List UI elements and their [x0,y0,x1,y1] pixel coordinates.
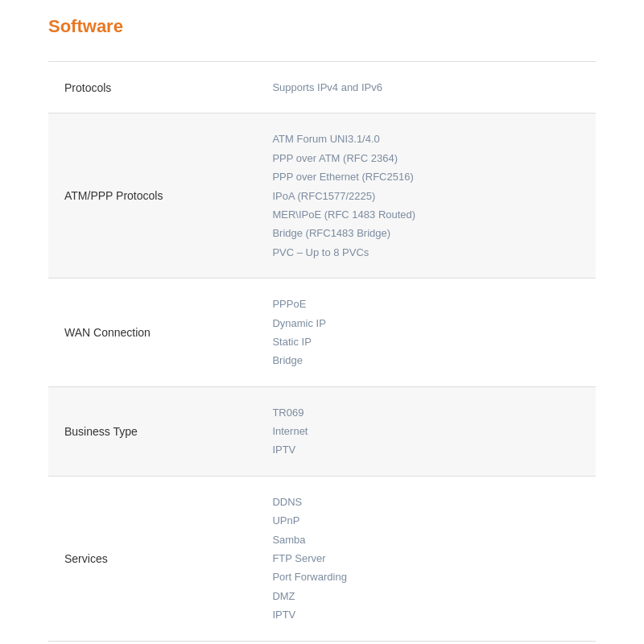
value-item: PPP over Ethernet (RFC2516) [272,167,580,186]
value-item: PPPoE [272,295,580,313]
value-item: Samba [272,530,580,549]
row-label: Business Type [48,386,256,476]
value-item: ATM Forum UNI3.1/4.0 [272,130,580,148]
row-values: Supports IPv4 and IPv6 [256,62,596,114]
table-row: ProtocolsSupports IPv4 and IPv6 [48,62,596,114]
value-item: PPP over ATM (RFC 2364) [272,149,580,167]
row-values: TR069InternetIPTV [256,386,596,476]
value-item: Port Forwarding [272,568,580,586]
value-item: IPTV [272,605,580,624]
value-item: Bridge (RFC1483 Bridge) [272,224,580,242]
table-row: ServicesDDNSUPnPSambaFTP ServerPort Forw… [48,476,596,641]
value-item: Supports IPv4 and IPv6 [272,78,580,97]
value-item: MER\IPoE (RFC 1483 Routed) [272,205,580,224]
row-label: Services [48,476,256,641]
row-label: ATM/PPP Protocols [48,114,256,279]
value-item: DMZ [272,587,580,605]
spec-table: ProtocolsSupports IPv4 and IPv6ATM/PPP P… [48,61,596,642]
value-item: Static IP [272,332,580,351]
value-item: FTP Server [272,549,580,568]
value-item: IPoA (RFC1577/2225) [272,187,580,205]
table-row: WAN ConnectionPPPoEDynamic IPStatic IPBr… [48,279,596,387]
value-item: DDNS [272,493,580,511]
row-values: ATM Forum UNI3.1/4.0PPP over ATM (RFC 23… [256,114,596,279]
row-label: Protocols [48,62,256,114]
table-row: ATM/PPP ProtocolsATM Forum UNI3.1/4.0PPP… [48,114,596,279]
page-title: Software [48,16,596,37]
value-item: UPnP [272,511,580,530]
table-row: Business TypeTR069InternetIPTV [48,386,596,476]
row-values: DDNSUPnPSambaFTP ServerPort ForwardingDM… [256,476,596,641]
value-item: IPTV [272,440,580,459]
value-item: TR069 [272,403,580,422]
value-item: Dynamic IP [272,314,580,332]
row-values: PPPoEDynamic IPStatic IPBridge [256,279,596,387]
value-item: Bridge [272,351,580,369]
value-item: Internet [272,422,580,440]
value-item: PVC – Up to 8 PVCs [272,243,580,262]
row-label: WAN Connection [48,279,256,387]
